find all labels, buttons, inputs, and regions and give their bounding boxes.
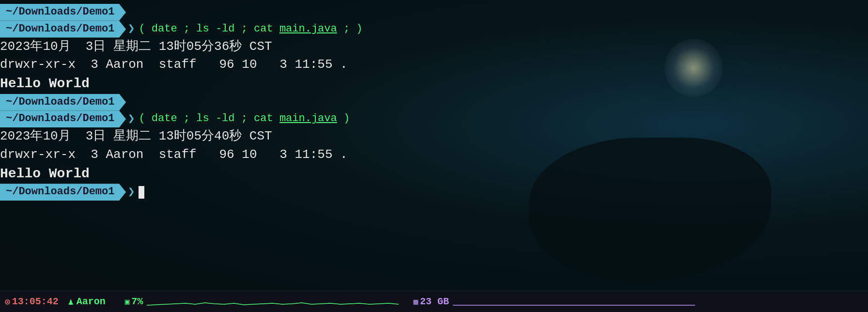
prompt-line-1a: ~/Downloads/Demo1 bbox=[0, 4, 868, 21]
prompt-tab-2a: ~/Downloads/Demo1 bbox=[0, 94, 126, 111]
mem-value: 23 GB bbox=[420, 296, 449, 307]
cpu-value: 7% bbox=[131, 296, 143, 307]
terminal-cursor bbox=[139, 186, 144, 199]
command-text-1: ( date ; ls -ld ; cat main.java ; ) bbox=[139, 22, 362, 37]
terminal-content: ~/Downloads/Demo1 ~/Downloads/Demo1 ❯ ( … bbox=[0, 0, 868, 201]
command-block-3: ~/Downloads/Demo1 ❯ bbox=[0, 184, 868, 201]
terminal-window[interactable]: ~/Downloads/Demo1 ~/Downloads/Demo1 ❯ ( … bbox=[0, 0, 868, 291]
cpu-graph-svg bbox=[147, 296, 399, 307]
prompt-line-2a: ~/Downloads/Demo1 bbox=[0, 94, 868, 111]
prompt-arrow-1b: ❯ bbox=[128, 21, 135, 37]
cpu-graph bbox=[147, 296, 399, 307]
prompt-line-3: ~/Downloads/Demo1 ❯ bbox=[0, 184, 868, 201]
output-hello-2: Hello World bbox=[0, 164, 868, 184]
output-ls-2: drwxr-xr-x 3 Aaron staff 96 10 3 11:55 . bbox=[0, 146, 868, 164]
prompt-line-1b: ~/Downloads/Demo1 ❯ ( date ; ls -ld ; ca… bbox=[0, 21, 868, 38]
prompt-tab-3: ~/Downloads/Demo1 bbox=[0, 184, 126, 201]
output-ls-1: drwxr-xr-x 3 Aaron staff 96 10 3 11:55 . bbox=[0, 56, 868, 74]
status-time: ⊙ 13:05:42 bbox=[5, 296, 59, 307]
mem-icon: ▦ bbox=[413, 297, 418, 307]
prompt-tab-1a: ~/Downloads/Demo1 bbox=[0, 4, 126, 21]
user-icon: ♟ bbox=[68, 296, 74, 307]
command-block-1: ~/Downloads/Demo1 ~/Downloads/Demo1 ❯ ( … bbox=[0, 4, 868, 94]
command-text-2: ( date ; ls -ld ; cat main.java ) bbox=[139, 111, 350, 126]
clock-icon: ⊙ bbox=[5, 296, 10, 307]
prompt-tab-2b: ~/Downloads/Demo1 bbox=[0, 110, 126, 127]
output-hello-1: Hello World bbox=[0, 74, 868, 94]
output-date-2: 2023年10月 3日 星期二 13时05分40秒 CST bbox=[0, 127, 868, 146]
prompt-tab-1b: ~/Downloads/Demo1 bbox=[0, 21, 126, 38]
status-mem: ▦ 23 GB bbox=[413, 296, 449, 307]
mem-graph-svg bbox=[453, 296, 695, 307]
time-value: 13:05:42 bbox=[12, 296, 59, 307]
cpu-icon: ▣ bbox=[125, 297, 130, 307]
prompt-line-2b: ~/Downloads/Demo1 ❯ ( date ; ls -ld ; ca… bbox=[0, 110, 868, 127]
prompt-arrow-3: ❯ bbox=[128, 184, 135, 201]
prompt-arrow-2b: ❯ bbox=[128, 111, 135, 127]
statusbar: ⊙ 13:05:42 ♟ Aaron ▣ 7% ▦ 23 GB bbox=[0, 291, 868, 312]
command-block-2: ~/Downloads/Demo1 ~/Downloads/Demo1 ❯ ( … bbox=[0, 94, 868, 184]
mem-graph bbox=[453, 296, 695, 307]
user-value: Aaron bbox=[77, 296, 106, 307]
status-user: ♟ Aaron bbox=[68, 296, 106, 307]
status-cpu: ▣ 7% bbox=[125, 296, 143, 307]
output-date-1: 2023年10月 3日 星期二 13时05分36秒 CST bbox=[0, 38, 868, 56]
